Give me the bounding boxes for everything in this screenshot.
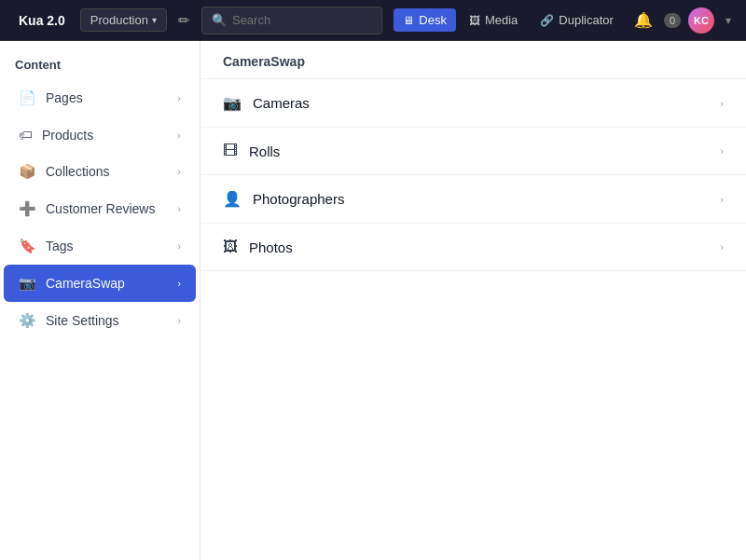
chevron-right-icon: ›: [720, 145, 724, 157]
chevron-right-icon: ›: [720, 98, 724, 109]
cameras-label: Cameras: [253, 95, 310, 111]
sidebar-item-collections[interactable]: 📦 Collections ›: [4, 153, 196, 190]
search-bar[interactable]: 🔍: [201, 7, 382, 34]
sidebar-item-site-settings[interactable]: ⚙️ Site Settings ›: [4, 302, 196, 339]
rolls-icon: 🎞: [223, 143, 238, 159]
photographers-label: Photographers: [253, 191, 344, 207]
nav-right: 🔔 0 KC ▾: [630, 7, 735, 34]
sidebar-item-products[interactable]: 🏷 Products ›: [4, 116, 196, 153]
sidebar-item-customer-reviews[interactable]: ➕ Customer Reviews ›: [4, 190, 196, 227]
main-content: CameraSwap 📷 Cameras › 🎞 Rolls › 👤 Photo…: [200, 41, 746, 560]
list-item-cameras[interactable]: 📷 Cameras ›: [200, 79, 746, 128]
photos-label: Photos: [249, 239, 293, 255]
sidebar-label-cameraswap: CameraSwap: [46, 276, 125, 291]
pages-icon: 📄: [19, 89, 36, 106]
sidebar-label-tags: Tags: [46, 239, 74, 253]
photographers-icon: 👤: [223, 190, 242, 208]
chevron-right-icon: ›: [720, 194, 724, 205]
products-icon: 🏷: [19, 127, 33, 143]
chevron-right-icon: ›: [177, 240, 181, 252]
chevron-right-icon: ›: [177, 315, 181, 326]
sidebar-label-site-settings: Site Settings: [46, 313, 119, 328]
cameras-icon: 📷: [223, 94, 242, 112]
sidebar-label-collections: Collections: [46, 164, 109, 179]
avatar[interactable]: KC: [688, 7, 714, 34]
sidebar-item-pages[interactable]: 📄 Pages ›: [4, 79, 196, 116]
sidebar: Content 📄 Pages › 🏷 Products › 📦 Collect…: [0, 41, 200, 560]
chevron-down-icon: ▾: [152, 15, 157, 25]
list-item-photographers[interactable]: 👤 Photographers ›: [200, 175, 746, 224]
layout: Content 📄 Pages › 🏷 Products › 📦 Collect…: [0, 41, 746, 560]
rolls-label: Rolls: [249, 143, 280, 159]
sidebar-item-tags[interactable]: 🔖 Tags ›: [4, 227, 196, 265]
tab-desk-label: Desk: [419, 13, 447, 27]
list-item-photos[interactable]: 🖼 Photos ›: [200, 224, 746, 271]
tab-desk[interactable]: 🖥 Desk: [394, 8, 456, 32]
more-button[interactable]: ▾: [722, 10, 735, 31]
cameraswap-icon: 📷: [19, 275, 36, 292]
tags-icon: 🔖: [19, 238, 36, 254]
env-selector[interactable]: Production ▾: [80, 8, 167, 32]
site-settings-icon: ⚙️: [19, 312, 36, 329]
list-item-rolls[interactable]: 🎞 Rolls ›: [200, 128, 746, 175]
sidebar-label-customer-reviews: Customer Reviews: [46, 201, 155, 216]
sidebar-item-cameraswap[interactable]: 📷 CameraSwap ›: [4, 265, 196, 302]
tab-media[interactable]: 🖼 Media: [460, 8, 527, 32]
tab-duplicator[interactable]: 🔗 Duplicator: [531, 8, 623, 32]
search-input[interactable]: [232, 13, 372, 27]
chevron-right-icon: ›: [177, 166, 181, 177]
chevron-right-icon: ›: [177, 278, 181, 289]
sidebar-title: Content: [0, 48, 200, 79]
duplicator-icon: 🔗: [540, 14, 554, 27]
media-icon: 🖼: [469, 14, 480, 27]
bell-button[interactable]: 🔔: [630, 7, 656, 33]
tab-media-label: Media: [485, 13, 518, 27]
edit-button[interactable]: ✏: [174, 8, 194, 33]
top-nav: Kua 2.0 Production ▾ ✏ 🔍 🖥 Desk 🖼 Media …: [0, 0, 746, 41]
photos-icon: 🖼: [223, 239, 238, 255]
chevron-right-icon: ›: [177, 92, 181, 103]
sidebar-label-products: Products: [42, 128, 93, 143]
notif-badge: 0: [664, 13, 681, 28]
chevron-right-icon: ›: [177, 203, 181, 214]
chevron-right-icon: ›: [177, 130, 181, 141]
env-label: Production: [90, 13, 148, 27]
sidebar-label-pages: Pages: [46, 90, 83, 105]
nav-tabs: 🖥 Desk 🖼 Media 🔗 Duplicator: [394, 8, 623, 32]
main-section-title: CameraSwap: [200, 41, 746, 79]
chevron-right-icon: ›: [720, 241, 724, 253]
customer-reviews-icon: ➕: [19, 200, 36, 217]
search-icon: 🔍: [212, 13, 227, 27]
desk-icon: 🖥: [403, 14, 414, 27]
tab-duplicator-label: Duplicator: [559, 13, 614, 27]
collections-icon: 📦: [19, 163, 36, 180]
app-logo: Kua 2.0: [11, 9, 73, 32]
